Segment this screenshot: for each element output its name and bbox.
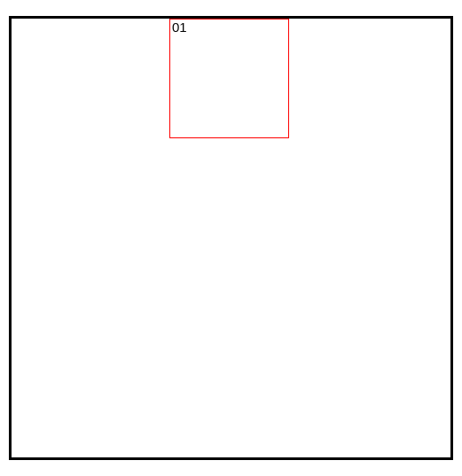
outer-container-box: 01	[9, 16, 453, 460]
inner-box-label: 01	[172, 20, 187, 35]
inner-highlighted-box: 01	[169, 19, 289, 138]
